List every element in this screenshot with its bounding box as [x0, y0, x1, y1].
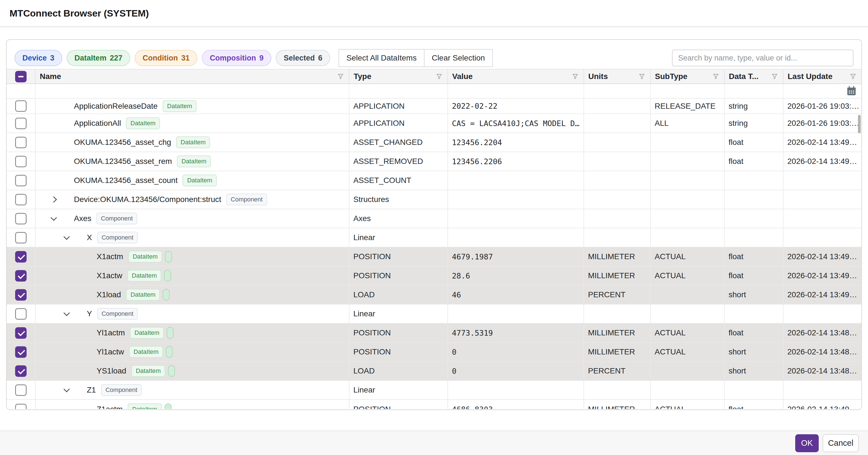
- filter-cell-name[interactable]: [36, 84, 349, 98]
- cell-subtype: RELEASE_DATE: [651, 98, 725, 113]
- chip-selected[interactable]: Selected6: [276, 50, 330, 66]
- chip-dataitem[interactable]: DataItem227: [67, 50, 130, 66]
- row-name: X: [87, 233, 92, 242]
- table-row[interactable]: Yl1actmDataItemPOSITION4773.5319MILLIMET…: [7, 323, 861, 343]
- table-row[interactable]: XComponentLinear: [7, 228, 861, 247]
- row-checkbox[interactable]: [15, 385, 27, 396]
- row-checkbox[interactable]: [15, 327, 27, 339]
- filter-funnel-icon[interactable]: [337, 73, 344, 80]
- ok-button[interactable]: OK: [795, 434, 819, 452]
- table-row[interactable]: OKUMA.123456_asset_chgDataItemASSET_CHAN…: [7, 133, 861, 152]
- search-input[interactable]: [672, 50, 854, 66]
- table-row[interactable]: ApplicationAllDataItemAPPLICATIONCAS = L…: [7, 114, 861, 133]
- filter-funnel-icon[interactable]: [712, 73, 720, 80]
- row-checkbox[interactable]: [15, 232, 27, 244]
- vertical-scrollbar-thumb[interactable]: [858, 115, 861, 133]
- filter-cell-type[interactable]: [349, 84, 448, 98]
- cell-datatype: [725, 190, 783, 209]
- row-checkbox[interactable]: [15, 194, 27, 205]
- row-checkbox[interactable]: [15, 365, 27, 377]
- select-all-dataitems-button[interactable]: Select All DataItems: [339, 49, 425, 67]
- filter-cell-value[interactable]: [448, 84, 584, 98]
- column-header-type[interactable]: Type: [349, 69, 448, 84]
- select-all-checkbox[interactable]: [15, 71, 27, 82]
- status-pill: [165, 403, 172, 409]
- cell-datatype: string: [725, 98, 783, 113]
- collapse-chevron-icon[interactable]: [63, 387, 70, 394]
- row-name-cell: OKUMA.123456_asset_remDataItem: [36, 152, 349, 171]
- table-body: ApplicationReleaseDateDataItemAPPLICATIO…: [7, 98, 861, 409]
- row-checkbox[interactable]: [15, 404, 27, 409]
- table-row[interactable]: X1loadDataItemLOAD46PERCENTshort2026-02-…: [7, 285, 861, 305]
- row-checkbox-cell: [7, 266, 36, 285]
- column-header-name[interactable]: Name: [36, 69, 349, 84]
- cell-units: [584, 228, 651, 247]
- filter-cell-datatype[interactable]: [725, 84, 783, 98]
- table-row[interactable]: YS1loadDataItemLOAD0PERCENTshort2026-02-…: [7, 362, 861, 381]
- column-header-label: Last Update: [788, 72, 832, 81]
- chip-condition[interactable]: Condition31: [135, 50, 197, 66]
- filter-cell-lastupdate[interactable]: [783, 84, 861, 98]
- row-checkbox[interactable]: [15, 251, 27, 262]
- collapse-chevron-icon[interactable]: [63, 234, 70, 241]
- filter-funnel-icon[interactable]: [771, 73, 778, 80]
- filter-funnel-icon[interactable]: [638, 73, 646, 80]
- filter-chips: Device3DataItem227Condition31Composition…: [14, 50, 335, 66]
- row-checkbox[interactable]: [15, 346, 27, 358]
- select-all-header-cell: [7, 69, 36, 84]
- table-row[interactable]: OKUMA.123456_asset_remDataItemASSET_REMO…: [7, 152, 861, 171]
- row-checkbox[interactable]: [15, 100, 27, 112]
- column-header-subtype[interactable]: SubType: [651, 69, 725, 84]
- column-header-units[interactable]: Units: [584, 69, 651, 84]
- table-row[interactable]: X1actwDataItemPOSITION28.6MILLIMETERACTU…: [7, 266, 861, 285]
- row-checkbox[interactable]: [15, 175, 27, 186]
- clear-selection-button[interactable]: Clear Selection: [424, 49, 493, 67]
- chip-composition[interactable]: Composition9: [202, 50, 271, 66]
- collapse-chevron-icon[interactable]: [51, 216, 57, 222]
- row-checkbox[interactable]: [15, 213, 27, 224]
- cancel-button[interactable]: Cancel: [823, 434, 859, 452]
- cell-datatype: float: [725, 152, 783, 171]
- table-row[interactable]: OKUMA.123456_asset_countDataItemASSET_CO…: [7, 171, 861, 190]
- row-checkbox[interactable]: [15, 270, 27, 282]
- table-row[interactable]: AxesComponentAxes: [7, 209, 861, 228]
- row-checkbox[interactable]: [15, 156, 27, 167]
- row-checkbox[interactable]: [15, 118, 27, 129]
- cell-type: ASSET_COUNT: [349, 171, 448, 190]
- calendar-icon[interactable]: [846, 85, 857, 97]
- cell-type: APPLICATION: [349, 114, 448, 133]
- row-checkbox-cell: [7, 152, 36, 171]
- row-checkbox-cell: [7, 247, 36, 266]
- filter-funnel-icon[interactable]: [571, 73, 579, 80]
- cell-value: [448, 190, 584, 209]
- cell-value: [448, 171, 584, 190]
- filter-cell-units[interactable]: [584, 84, 651, 98]
- row-checkbox[interactable]: [15, 308, 27, 320]
- type-badge: DataItem: [177, 155, 211, 167]
- column-header-value[interactable]: Value: [448, 69, 584, 84]
- filter-cell[interactable]: [7, 84, 36, 98]
- type-badge: Component: [226, 194, 267, 205]
- filter-funnel-icon[interactable]: [849, 73, 857, 80]
- column-header-datat[interactable]: Data T...: [725, 69, 783, 84]
- expand-chevron-icon[interactable]: [51, 196, 57, 203]
- chip-device[interactable]: Device3: [14, 50, 62, 66]
- column-header-lastupdate[interactable]: Last Update: [783, 69, 861, 84]
- table-row[interactable]: YComponentLinear: [7, 305, 861, 323]
- table-row[interactable]: Z1actmDataItemPOSITION4686.8303MILLIMETE…: [7, 400, 861, 409]
- cell-subtype: [651, 228, 725, 247]
- filter-funnel-icon[interactable]: [435, 73, 443, 80]
- table-row[interactable]: ApplicationReleaseDateDataItemAPPLICATIO…: [7, 98, 861, 114]
- cell-value: 4773.5319: [448, 323, 584, 342]
- table-row[interactable]: Device:OKUMA.123456/Component:structComp…: [7, 190, 861, 209]
- table-row[interactable]: Z1ComponentLinear: [7, 381, 861, 400]
- row-checkbox[interactable]: [15, 289, 27, 301]
- selection-buttons: Select All DataItems Clear Selection: [339, 49, 493, 67]
- table-row[interactable]: Yl1actwDataItemPOSITION0MILLIMETERACTUAL…: [7, 343, 861, 362]
- row-checkbox-cell: [7, 114, 36, 133]
- collapse-chevron-icon[interactable]: [63, 311, 70, 317]
- table-row[interactable]: X1actmDataItemPOSITION4679.1987MILLIMETE…: [7, 247, 861, 266]
- filter-cell-subtype[interactable]: [651, 84, 725, 98]
- cell-last-update: 2026-02-14 13:49…: [783, 400, 861, 409]
- row-checkbox[interactable]: [15, 137, 27, 148]
